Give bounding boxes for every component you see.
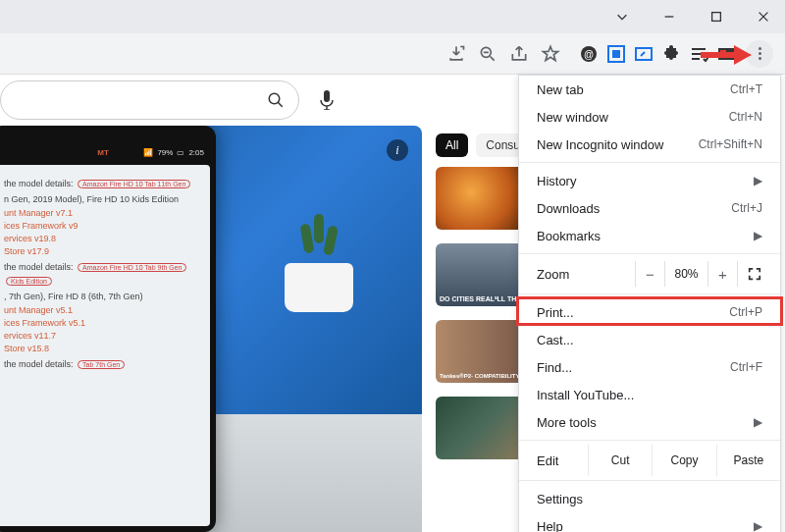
menu-new-window[interactable]: New windowCtrl+N: [519, 103, 780, 131]
zoom-out-button[interactable]: −: [635, 261, 664, 287]
svg-text:@: @: [584, 49, 594, 60]
tablet-sec2: n Gen, 2019 Model), Fire HD 10 Kids Edit…: [4, 194, 202, 204]
tablet-item: Store v17.9: [4, 246, 202, 256]
menu-label: Help: [537, 519, 563, 533]
edit-label: Edit: [519, 445, 588, 476]
menu-label: Find...: [537, 360, 572, 375]
fullscreen-button[interactable]: [737, 261, 770, 287]
menu-label: Cast...: [537, 333, 574, 347]
extension-icon-2[interactable]: [606, 44, 626, 64]
tablet-screen: the model details: Amazon Fire HD 10 Tab…: [0, 165, 210, 526]
tablet-item: unt Manager v7.1: [4, 208, 202, 218]
tablet-tag3b: Kids Edition: [6, 277, 52, 286]
zoom-out-icon[interactable]: [477, 43, 498, 65]
tablet-time: 2:05: [188, 148, 204, 157]
video-tablet: MT 📶79%▭2:05 the model details: Amazon F…: [0, 126, 216, 532]
video-info-icon[interactable]: i: [387, 139, 408, 161]
tablet-sec1: the model details:: [4, 179, 74, 188]
tablet-tag3: Amazon Fire HD 10 Tab 9th Gen: [78, 263, 186, 272]
tablet-item: ices Framework v5.1: [4, 318, 202, 328]
extensions-puzzle-icon[interactable]: [661, 44, 681, 64]
filter-chips: All Consu: [436, 133, 530, 157]
bookmark-star-icon[interactable]: [540, 43, 561, 65]
edit-copy-button[interactable]: Copy: [652, 445, 715, 476]
menu-more-tools[interactable]: More tools▶: [519, 408, 780, 436]
chrome-menu: New tabCtrl+T New windowCtrl+N New Incog…: [518, 75, 781, 532]
menu-shortcut: Ctrl+T: [730, 82, 762, 96]
window-titlebar: [0, 0, 785, 33]
menu-edit: Edit Cut Copy Paste: [519, 445, 780, 476]
submenu-arrow-icon: ▶: [754, 174, 762, 187]
tablet-brand: MT: [97, 148, 109, 157]
tablet-tag5: Tab 7th Gen: [78, 360, 125, 369]
install-icon[interactable]: [445, 43, 467, 65]
browser-toolbar: @: [0, 33, 785, 75]
submenu-arrow-icon: ▶: [754, 229, 762, 242]
edit-cut-button[interactable]: Cut: [588, 445, 652, 476]
menu-new-tab[interactable]: New tabCtrl+T: [519, 76, 780, 103]
menu-bookmarks[interactable]: Bookmarks▶: [519, 222, 780, 249]
tablet-sec5: the model details:: [4, 359, 74, 369]
menu-label: More tools: [537, 415, 597, 430]
tablet-sec4: , 7th Gen), Fire HD 8 (6th, 7th Gen): [4, 292, 202, 301]
menu-shortcut: Ctrl+Shift+N: [699, 137, 762, 151]
video-thumbnail-2[interactable]: [436, 243, 524, 306]
chip-all[interactable]: All: [436, 133, 468, 157]
submenu-arrow-icon: ▶: [754, 415, 762, 429]
close-button[interactable]: [750, 3, 777, 30]
extension-icon-1[interactable]: @: [579, 44, 599, 64]
menu-downloads[interactable]: DownloadsCtrl+J: [519, 194, 780, 222]
menu-label: Install YouTube...: [537, 388, 634, 402]
share-icon[interactable]: [508, 43, 530, 65]
tablet-item: Store v15.8: [4, 344, 202, 353]
video-thumbnail-1[interactable]: [436, 167, 524, 230]
zoom-in-button[interactable]: +: [707, 261, 737, 287]
menu-install-youtube[interactable]: Install YouTube...: [519, 381, 780, 408]
menu-shortcut: Ctrl+P: [729, 305, 762, 319]
svg-rect-0: [712, 13, 721, 22]
menu-incognito[interactable]: New Incognito windowCtrl+Shift+N: [519, 131, 780, 158]
submenu-arrow-icon: ▶: [754, 519, 762, 532]
menu-find[interactable]: Find...Ctrl+F: [519, 353, 780, 381]
menu-shortcut: Ctrl+N: [729, 110, 762, 124]
video-thumbnail-4[interactable]: [436, 397, 524, 459]
tablet-item: unt Manager v5.1: [4, 305, 202, 315]
zoom-label: Zoom: [537, 267, 635, 282]
menu-print[interactable]: Print...Ctrl+P: [519, 298, 780, 326]
menu-cast[interactable]: Cast...: [519, 326, 780, 353]
extension-icon-3[interactable]: [634, 44, 654, 64]
edit-paste-button[interactable]: Paste: [716, 445, 780, 476]
tab-caret-icon[interactable]: [608, 3, 636, 30]
zoom-value: 80%: [664, 261, 707, 287]
annotation-arrow: [701, 43, 752, 71]
menu-shortcut: Ctrl+J: [731, 201, 762, 215]
search-input[interactable]: [0, 80, 299, 120]
menu-label: Bookmarks: [537, 229, 601, 243]
video-player[interactable]: MT 📶79%▭2:05 the model details: Amazon F…: [0, 126, 422, 532]
svg-rect-5: [612, 50, 620, 58]
menu-label: New Incognito window: [537, 137, 663, 152]
menu-label: New tab: [537, 82, 584, 97]
maximize-button[interactable]: [703, 3, 730, 30]
menu-label: Downloads: [537, 201, 600, 216]
minimize-button[interactable]: [655, 3, 683, 30]
voice-search-button[interactable]: [309, 82, 344, 118]
tablet-item: ices Framework v9: [4, 221, 202, 231]
tablet-sec3: the model details:: [4, 262, 74, 272]
video-thumbnail-3[interactable]: [436, 320, 524, 383]
menu-label: Print...: [537, 305, 574, 320]
menu-history[interactable]: History▶: [519, 167, 780, 194]
svg-point-9: [269, 93, 280, 104]
search-icon: [267, 91, 285, 109]
tablet-statusbar: MT 📶79%▭2:05: [0, 143, 210, 161]
svg-rect-10: [324, 90, 330, 102]
tablet-item: ervices v11.7: [4, 331, 202, 341]
sidebar-column: All Consu: [422, 126, 530, 532]
menu-label: New window: [537, 110, 608, 125]
menu-zoom: Zoom − 80% +: [519, 258, 780, 290]
menu-settings[interactable]: Settings: [519, 485, 780, 512]
video-plant-pot: [285, 263, 353, 312]
tablet-item: ervices v19.8: [4, 234, 202, 243]
tablet-battery: 79%: [157, 148, 173, 157]
menu-help[interactable]: Help▶: [519, 512, 780, 532]
